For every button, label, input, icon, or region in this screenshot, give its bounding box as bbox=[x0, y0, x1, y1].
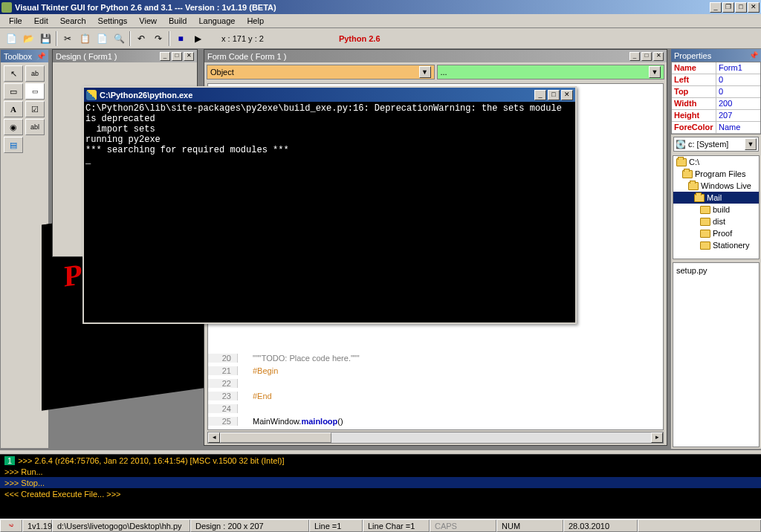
menu-bar: File Edit Search Settings View Build Lan… bbox=[0, 14, 761, 28]
paste-icon[interactable]: 📄 bbox=[94, 30, 110, 47]
restore-button[interactable]: ❐ bbox=[722, 2, 734, 13]
code-line[interactable]: 23#End bbox=[208, 389, 663, 402]
text-tool-icon[interactable]: A bbox=[4, 101, 23, 117]
property-row[interactable]: Left0 bbox=[672, 74, 760, 86]
status-filepath: d:\Users\livetogogo\Desktop\hh.py bbox=[52, 519, 190, 532]
listbox-tool-icon[interactable]: ▤ bbox=[4, 137, 23, 153]
horizontal-scrollbar[interactable]: ◂ ▸ bbox=[207, 432, 664, 444]
minimize-button[interactable]: _ bbox=[710, 2, 722, 13]
app-icon bbox=[1, 2, 12, 13]
code-line[interactable]: 24 bbox=[208, 402, 663, 415]
folder-icon bbox=[676, 158, 687, 166]
menu-language[interactable]: Language bbox=[192, 15, 241, 27]
status-design: Design : 200 x 207 bbox=[190, 519, 309, 532]
code-close-icon[interactable]: ✕ bbox=[653, 52, 664, 61]
tree-item[interactable]: build bbox=[673, 204, 759, 215]
copy-icon[interactable]: 📋 bbox=[77, 30, 93, 47]
toolbar: 📄 📂 💾 ✂ 📋 📄 🔍 ↶ ↷ ■ ▶ x : 171 y : 2 Pyth… bbox=[0, 28, 761, 49]
design-maximize-icon[interactable]: □ bbox=[172, 52, 182, 61]
new-icon[interactable]: 📄 bbox=[3, 30, 19, 47]
cmd-maximize-icon[interactable]: □ bbox=[548, 90, 560, 100]
console-line[interactable]: <<< Created Execute File... >>> bbox=[0, 488, 761, 499]
code-window-title[interactable]: Form Code ( Form 1 ) _ □ ✕ bbox=[204, 50, 667, 62]
status-num: NUM bbox=[496, 519, 563, 532]
chevron-down-icon: ▼ bbox=[419, 66, 431, 78]
console-line[interactable]: >>> Run... bbox=[0, 466, 761, 477]
tree-item[interactable]: dist bbox=[673, 215, 759, 227]
drive-dropdown[interactable]: 💽c: [System] ▼ bbox=[673, 137, 759, 152]
folder-icon bbox=[700, 218, 710, 226]
cut-icon[interactable]: ✂ bbox=[59, 30, 76, 47]
design-window-title[interactable]: Design ( Form1 ) _ □ ✕ bbox=[53, 50, 197, 62]
console-line[interactable]: 1>>> 2.6.4 (r264:75706, Jan 22 2010, 16:… bbox=[0, 455, 761, 466]
button-tool-icon[interactable]: ▭ bbox=[4, 83, 23, 100]
property-row[interactable]: Top0 bbox=[672, 86, 760, 98]
textbox-tool-icon[interactable]: abl bbox=[25, 119, 45, 135]
code-minimize-icon[interactable]: _ bbox=[629, 52, 640, 61]
undo-icon[interactable]: ↶ bbox=[133, 30, 149, 47]
console-popup-window: C:\Python26\python.exe _ □ ✕ C:\Python26… bbox=[82, 86, 577, 324]
file-item[interactable]: setup.py bbox=[676, 266, 707, 275]
menu-file[interactable]: File bbox=[3, 15, 28, 27]
run-icon[interactable]: ▶ bbox=[190, 30, 206, 47]
console-titlebar[interactable]: C:\Python26\python.exe _ □ ✕ bbox=[84, 88, 575, 102]
status-bar: ༄ 1v1.19 d:\Users\livetogogo\Desktop\hh.… bbox=[0, 519, 761, 532]
tree-item[interactable]: C:\ bbox=[673, 156, 759, 168]
maximize-button[interactable]: □ bbox=[735, 2, 747, 13]
property-row[interactable]: Width200 bbox=[672, 98, 760, 110]
design-minimize-icon[interactable]: _ bbox=[160, 52, 170, 61]
tree-item[interactable]: Windows Live bbox=[673, 180, 759, 192]
scroll-left-icon[interactable]: ◂ bbox=[208, 432, 220, 443]
menu-build[interactable]: Build bbox=[163, 15, 192, 27]
python-icon bbox=[86, 90, 97, 100]
property-row[interactable]: ForeColorName bbox=[672, 122, 760, 134]
entry-tool-icon[interactable]: ▭ bbox=[25, 83, 45, 100]
pin-icon[interactable]: 📌 bbox=[36, 52, 45, 60]
console-line[interactable]: >>> Stop... bbox=[0, 477, 761, 488]
code-line[interactable]: 25MainWindow.mainloop() bbox=[208, 415, 663, 427]
output-console[interactable]: 1>>> 2.6.4 (r264:75706, Jan 22 2010, 16:… bbox=[0, 449, 761, 519]
code-maximize-icon[interactable]: □ bbox=[641, 52, 652, 61]
folder-icon bbox=[700, 241, 710, 250]
label-tool-icon[interactable]: ab bbox=[25, 65, 45, 82]
folder-tree[interactable]: C:\Program FilesWindows LiveMailbuilddis… bbox=[673, 155, 760, 259]
scroll-right-icon[interactable]: ▸ bbox=[651, 432, 663, 443]
status-caps: CAPS bbox=[430, 519, 496, 532]
redo-icon[interactable]: ↷ bbox=[150, 30, 166, 47]
stop-icon[interactable]: ■ bbox=[172, 30, 189, 47]
menu-help[interactable]: Help bbox=[241, 15, 270, 27]
folder-icon bbox=[700, 206, 710, 214]
save-icon[interactable]: 💾 bbox=[37, 30, 54, 47]
pointer-tool-icon[interactable]: ↖ bbox=[4, 65, 23, 82]
menu-edit[interactable]: Edit bbox=[28, 15, 54, 27]
properties-title: Properties 📌 bbox=[671, 49, 761, 62]
tree-item[interactable]: Proof bbox=[673, 227, 759, 239]
property-row[interactable]: Height207 bbox=[672, 110, 760, 122]
menu-view[interactable]: View bbox=[133, 15, 163, 27]
property-row[interactable]: NameForm1 bbox=[672, 62, 760, 74]
object-dropdown[interactable]: Object ▼ bbox=[207, 65, 435, 80]
menu-settings[interactable]: Settings bbox=[92, 15, 134, 27]
properties-grid[interactable]: NameForm1Left0Top0Width200Height207ForeC… bbox=[671, 62, 761, 134]
radio-tool-icon[interactable]: ◉ bbox=[4, 119, 23, 135]
find-icon[interactable]: 🔍 bbox=[111, 30, 127, 47]
event-dropdown[interactable]: ... ▼ bbox=[437, 65, 665, 80]
code-line[interactable]: 22 bbox=[208, 377, 663, 389]
code-line[interactable]: 21#Begin bbox=[208, 364, 663, 377]
cmd-close-icon[interactable]: ✕ bbox=[561, 90, 573, 100]
menu-search[interactable]: Search bbox=[54, 15, 92, 27]
tree-item[interactable]: Program Files bbox=[673, 168, 759, 180]
pin-icon[interactable]: 📌 bbox=[749, 51, 758, 59]
tree-item[interactable]: Mail bbox=[673, 192, 759, 204]
tree-item[interactable]: Stationery bbox=[673, 239, 759, 251]
close-button[interactable]: ✕ bbox=[748, 2, 760, 13]
design-close-icon[interactable]: ✕ bbox=[184, 52, 194, 61]
code-line[interactable]: 26 bbox=[208, 427, 663, 430]
code-line[interactable]: 20"""TODO: Place code here.""" bbox=[208, 351, 663, 364]
app-titlebar: Visual Tkinter GUI for Python 2.6 and 3.… bbox=[0, 0, 761, 14]
checkbox-tool-icon[interactable]: ☑ bbox=[25, 101, 45, 117]
file-list[interactable]: setup.py bbox=[673, 262, 760, 447]
scroll-thumb[interactable] bbox=[220, 432, 331, 443]
open-icon[interactable]: 📂 bbox=[20, 30, 36, 47]
cmd-minimize-icon[interactable]: _ bbox=[534, 90, 546, 100]
